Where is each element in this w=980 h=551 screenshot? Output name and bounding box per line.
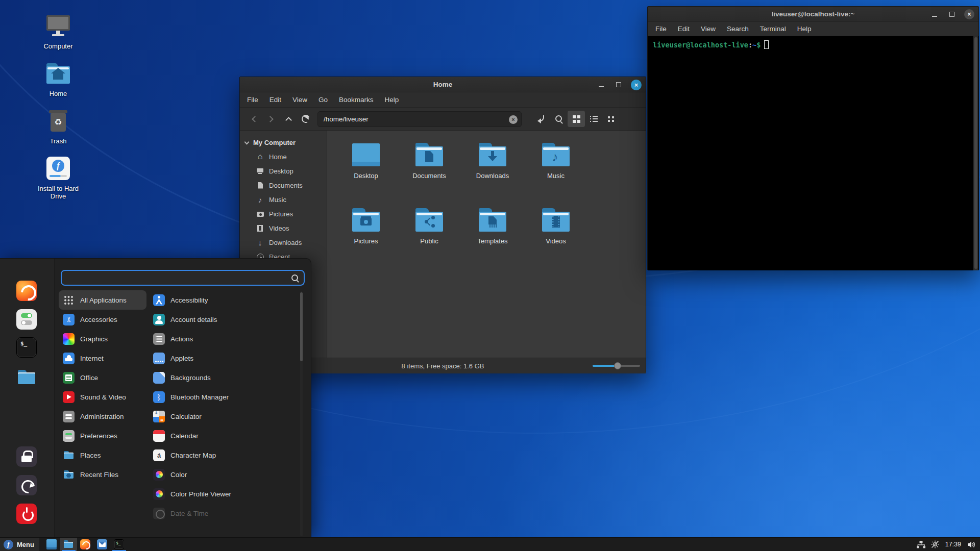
search-button[interactable] (550, 111, 568, 127)
menu-item[interactable]: Go (313, 92, 333, 107)
category-item[interactable]: Office (59, 368, 146, 387)
menu-item[interactable]: Search (721, 22, 754, 36)
sidebar-item[interactable]: Documents (240, 178, 327, 192)
location-bar[interactable]: /home/liveuser × (317, 111, 522, 127)
close-button[interactable]: × (964, 9, 974, 19)
sidebar-item[interactable]: Home (240, 149, 327, 164)
file-item[interactable]: Public (398, 208, 461, 273)
file-item[interactable]: Documents (398, 143, 461, 208)
file-item[interactable]: Downloads (461, 143, 524, 208)
minimize-button[interactable] (929, 9, 940, 19)
favorite-firefox[interactable] (15, 280, 38, 302)
menu-button[interactable]: f Menu (0, 538, 39, 551)
forward-button[interactable] (262, 111, 280, 127)
refresh-button[interactable] (297, 111, 314, 127)
zoom-slider[interactable] (593, 365, 640, 367)
toggle-location-entry-button[interactable] (533, 111, 550, 127)
category-item[interactable]: Sound & Video (59, 387, 146, 407)
menu-item[interactable]: Edit (672, 22, 695, 36)
application-item[interactable]: Bluetooth Manager (149, 387, 296, 407)
shutdown-button[interactable] (15, 503, 38, 525)
sidebar-item[interactable]: Desktop (240, 164, 327, 178)
idle-inhibit-icon[interactable] (930, 540, 940, 549)
desktop-icon-install-to-hard-drive[interactable]: f Install to Hard Drive (30, 157, 87, 201)
menu-item[interactable]: View (287, 92, 313, 107)
application-item[interactable]: Actions (149, 329, 296, 348)
category-item[interactable]: Administration (59, 407, 146, 426)
up-button[interactable] (280, 111, 297, 127)
search-input[interactable] (62, 274, 291, 282)
category-item[interactable]: Recent Files (59, 465, 146, 484)
back-button[interactable] (245, 111, 262, 127)
category-item[interactable]: Graphics (59, 329, 146, 348)
sidebar-item[interactable]: Videos (240, 221, 327, 235)
terminal-titlebar[interactable]: liveuser@localhost-live:~ × (648, 7, 978, 22)
application-item[interactable]: Character Map (149, 445, 296, 465)
application-item[interactable]: Calculator (149, 407, 296, 426)
compact-view-button[interactable] (602, 111, 620, 127)
show-desktop-button[interactable] (43, 538, 60, 551)
file-item[interactable]: Templates (461, 208, 524, 273)
favorite-system-settings[interactable] (15, 308, 38, 331)
zoom-slider-handle[interactable] (614, 362, 621, 369)
application-item[interactable]: Date & Time (149, 504, 296, 523)
network-icon[interactable] (917, 540, 926, 549)
menu-item[interactable]: Help (792, 22, 817, 36)
logout-button[interactable] (15, 474, 38, 496)
menu-item[interactable]: File (650, 22, 672, 36)
lock-screen-button[interactable] (15, 445, 38, 468)
favorite-files[interactable] (15, 366, 38, 388)
application-item[interactable]: Color Profile Viewer (149, 484, 296, 504)
taskbar-mail-button[interactable] (94, 538, 111, 551)
taskbar-files-button[interactable] (60, 538, 77, 551)
application-item[interactable]: Accessibility (149, 290, 296, 310)
category-item[interactable]: Preferences (59, 426, 146, 445)
file-manager-toolbar: /home/liveuser × (240, 108, 646, 131)
menu-item[interactable]: Help (379, 92, 405, 107)
application-item[interactable]: Color (149, 465, 296, 484)
menu-scrollbar[interactable] (300, 291, 303, 536)
category-item[interactable]: Accessories (59, 310, 146, 329)
application-item[interactable]: Calendar (149, 426, 296, 445)
desktop-icon-computer[interactable]: Computer (30, 14, 87, 51)
list-view-button[interactable] (585, 111, 602, 127)
application-item[interactable]: Applets (149, 348, 296, 368)
category-item[interactable]: All Applications (59, 290, 146, 310)
category-item[interactable]: Places (59, 445, 146, 465)
icon-view-button[interactable] (568, 111, 585, 127)
taskbar-firefox-button[interactable] (77, 538, 94, 551)
desktop-icon-trash[interactable]: ♻ Trash (30, 109, 87, 145)
sidebar-item[interactable]: Downloads (240, 235, 327, 249)
application-item[interactable]: Backgrounds (149, 368, 296, 387)
menu-item[interactable]: Bookmarks (333, 92, 379, 107)
maximize-button[interactable] (947, 9, 957, 19)
file-item[interactable]: Pictures (334, 208, 398, 273)
category-item[interactable]: Internet (59, 348, 146, 368)
minimize-button[interactable] (596, 80, 606, 90)
terminal-scrollbar[interactable] (973, 36, 978, 270)
desktop-icon-home[interactable]: Home (30, 62, 87, 98)
i-office-icon (63, 372, 75, 384)
volume-icon[interactable] (967, 540, 976, 549)
application-item[interactable]: Account details (149, 310, 296, 329)
file-item[interactable]: Videos (524, 208, 587, 273)
menu-item[interactable]: View (695, 22, 721, 36)
close-button[interactable]: × (631, 80, 642, 90)
menu-search-box[interactable] (61, 270, 305, 286)
sidebar-section-my-computer[interactable]: My Computer (240, 136, 327, 149)
menu-item[interactable]: Edit (264, 92, 287, 107)
file-item[interactable]: Desktop (334, 143, 398, 208)
file-manager-titlebar[interactable]: Home × (240, 77, 646, 92)
sidebar-item[interactable]: Pictures (240, 207, 327, 221)
file-item[interactable]: Music (524, 143, 587, 208)
sidebar-item[interactable]: Music (240, 192, 327, 207)
taskbar-terminal-button[interactable] (111, 538, 128, 551)
favorite-terminal[interactable] (15, 336, 38, 359)
clear-location-button[interactable]: × (509, 115, 518, 124)
terminal-screen[interactable]: liveuser@localhost-live:~$ (648, 36, 978, 270)
menu-item[interactable]: Terminal (754, 22, 792, 36)
maximize-button[interactable] (614, 80, 624, 90)
menu-item[interactable]: File (241, 92, 264, 107)
taskbar-clock[interactable]: 17:39 (944, 541, 962, 548)
show-desktop-icon (46, 539, 57, 549)
